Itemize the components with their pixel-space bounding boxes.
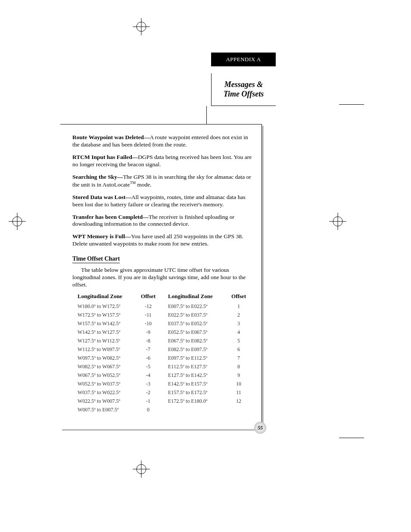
message-bold: WPT Memory is Full—: [72, 233, 131, 240]
offset-cell: [227, 406, 251, 414]
zone-cell: E082.5º to E097.5º: [168, 345, 227, 354]
offset-cell: -3: [136, 380, 160, 389]
zone-cell: E022.5º to E037.5º: [168, 311, 227, 320]
table-row: W172.5º to W157.5º-11E022.5º to E037.5º2: [78, 311, 251, 320]
content-box: Route Waypoint was Deleted—A route waypo…: [60, 124, 262, 429]
offset-cell: 11: [227, 389, 251, 397]
zone-cell: W007.5º to E007.5º: [78, 406, 136, 414]
zone-cell: W172.5º to W157.5º: [78, 311, 136, 320]
offset-cell: 8: [227, 363, 251, 371]
table-row: W142.5º to W127.5º-9E052.5º to E067.5º4: [78, 328, 251, 337]
message-bold: Route Waypoint was Deleted—: [72, 134, 149, 140]
section-line-1: Messages &: [224, 80, 263, 90]
zone-cell: E007.5º to E022.5º: [168, 302, 227, 311]
col-header-zone: Longitudinal Zone: [168, 293, 227, 302]
message-bold: Searching the Sky—: [72, 174, 123, 180]
table-row: W112.5º to W097.5º-7E082.5º to E097.5º6: [78, 345, 251, 354]
chart-intro: The table below gives approximate UTC ti…: [72, 267, 253, 289]
connector-line-icon: [206, 106, 207, 124]
crop-mark-right-icon: [329, 213, 346, 230]
table-row: W022.5º to W007.5º-1E172.5º to E180.0º12: [78, 397, 251, 406]
offset-cell: -2: [136, 389, 160, 397]
offset-cell: 1: [227, 302, 251, 311]
table-row: W067.5º to W052.5º-4E127.5º to E142.5º9: [78, 371, 251, 380]
zone-cell: W052.5º to W037.5º: [78, 380, 136, 389]
side-rule-icon: [339, 104, 364, 105]
page-number: 55: [258, 425, 263, 431]
table-row: W157.5º to W142.5º-10E037.5º to E052.5º3: [78, 320, 251, 328]
message-item: Transfer has been Completd—The receiver …: [72, 214, 253, 228]
offset-cell: 9: [227, 371, 251, 380]
zone-cell: E172.5º to E180.0º: [168, 397, 227, 406]
table-row: W127.5º to W112.5º-8E067.5º to E082.5º5: [78, 337, 251, 345]
table-row: W052.5º to W037.5º-3E142.5º to E157.5º10: [78, 380, 251, 389]
table-row: W007.5º to E007.5º0: [78, 406, 251, 414]
zone-cell: E127.5º to E142.5º: [168, 371, 227, 380]
zone-cell: E052.5º to E067.5º: [168, 328, 227, 337]
appendix-tab: APPENDIX A: [211, 53, 276, 66]
col-header-offset: Offset: [136, 293, 160, 302]
zone-cell: E157.5º to E172.5º: [168, 389, 227, 397]
col-header-zone: Longitudinal Zone: [78, 293, 136, 302]
offset-cell: -12: [136, 302, 160, 311]
message-item: Searching the Sky—The GPS 38 is in searc…: [72, 174, 253, 189]
table-row: W037.5º to W022.5º-2E157.5º to E172.5º11: [78, 389, 251, 397]
zone-cell: W180.0º to W172.5º: [78, 302, 136, 311]
zone-cell: [168, 406, 227, 414]
zone-cell: E142.5º to E157.5º: [168, 380, 227, 389]
svg-point-0: [137, 22, 146, 31]
offset-cell: -9: [136, 328, 160, 337]
table-header-row: Longitudinal Zone Offset Longitudinal Zo…: [78, 293, 251, 302]
svg-point-3: [12, 217, 22, 226]
offset-cell: -5: [136, 363, 160, 371]
zone-cell: W142.5º to W127.5º: [78, 328, 136, 337]
crop-mark-bottom-icon: [133, 460, 150, 478]
zone-cell: W112.5º to W097.5º: [78, 345, 136, 354]
zone-cell: W022.5º to W007.5º: [78, 397, 136, 406]
offset-cell: -10: [136, 320, 160, 328]
offset-cell: 3: [227, 320, 251, 328]
table-row: W180.0º to W172.5º-12E007.5º to E022.5º1: [78, 302, 251, 311]
chart-heading: Time Offset Chart: [72, 255, 120, 263]
section-line-2: Time Offsets: [224, 90, 264, 99]
crop-mark-top-icon: [133, 18, 150, 35]
offset-table: Longitudinal Zone Offset Longitudinal Zo…: [78, 293, 251, 414]
message-item: Route Waypoint was Deleted—A route waypo…: [72, 134, 253, 149]
superscript: TM: [130, 180, 136, 185]
offset-cell: 7: [227, 354, 251, 363]
offset-cell: 12: [227, 397, 251, 406]
offset-cell: -11: [136, 311, 160, 320]
zone-cell: W157.5º to W142.5º: [78, 320, 136, 328]
zone-cell: E112.5º to E127.5º: [168, 363, 227, 371]
zone-cell: E097.5º to E112.5º: [168, 354, 227, 363]
message-bold: RTCM Input has Failed—: [72, 154, 138, 160]
offset-cell: -6: [136, 354, 160, 363]
table-row: W082.5º to W067.5º-5E112.5º to E127.5º8: [78, 363, 251, 371]
message-item: WPT Memory is Full—You have used all 250…: [72, 233, 253, 248]
message-item: Stored Data was Lost—All waypoints, rout…: [72, 194, 253, 208]
offset-cell: -7: [136, 345, 160, 354]
zone-cell: W067.5º to W052.5º: [78, 371, 136, 380]
offset-cell: 2: [227, 311, 251, 320]
message-item: RTCM Input has Failed—DGPS data being re…: [72, 154, 253, 168]
section-label: Messages & Time Offsets: [211, 73, 276, 106]
offset-cell: 4: [227, 328, 251, 337]
table-row: W097.5º to W082.5º-6E097.5º to E112.5º7: [78, 354, 251, 363]
col-header-offset: Offset: [227, 293, 251, 302]
zone-cell: W037.5º to W022.5º: [78, 389, 136, 397]
page: APPENDIX A Messages & Time Offsets Route…: [0, 0, 411, 532]
side-rule-icon: [339, 438, 364, 438]
zone-cell: W127.5º to W112.5º: [78, 337, 136, 345]
page-number-badge: 55: [254, 422, 266, 434]
offset-cell: 0: [136, 406, 160, 414]
svg-point-9: [137, 464, 146, 474]
offset-cell: 10: [227, 380, 251, 389]
message-text-2: mode.: [136, 181, 152, 188]
zone-cell: W097.5º to W082.5º: [78, 354, 136, 363]
message-bold: Transfer has been Completd—: [72, 214, 149, 220]
offset-cell: 5: [227, 337, 251, 345]
zone-cell: E037.5º to E052.5º: [168, 320, 227, 328]
offset-cell: -8: [136, 337, 160, 345]
zone-cell: E067.5º to E082.5º: [168, 337, 227, 345]
offset-cell: -4: [136, 371, 160, 380]
